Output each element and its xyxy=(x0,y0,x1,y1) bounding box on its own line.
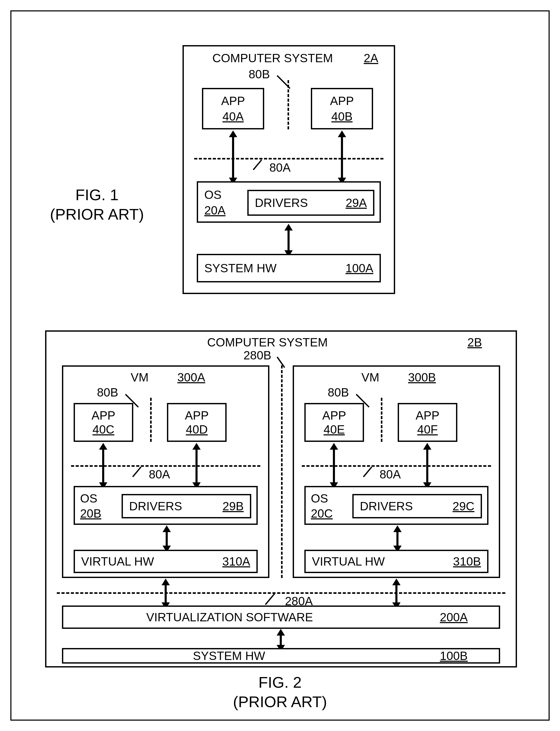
fig1-computer-system: COMPUTER SYSTEM 2A 80B APP 40A APP 40B 8… xyxy=(183,45,395,294)
vm-b-app1: APP 40E xyxy=(304,403,364,442)
fig2-caption: FIG. 2 (PRIOR ART) xyxy=(11,673,549,712)
vm-a-80b: 80B xyxy=(97,385,118,399)
fig1-app1-label: APP xyxy=(221,94,245,108)
fig1-caption-line2: (PRIOR ART) xyxy=(43,205,151,224)
vm-b-80a-leader xyxy=(363,467,372,477)
fig1-80a-dash xyxy=(194,158,383,159)
vm-a-app1-ref: 40C xyxy=(93,422,114,436)
fig1-arrow-os-hw xyxy=(288,230,290,251)
vm-a-drivers-ref: 29B xyxy=(222,499,244,513)
vm-a-os-ref: 20B xyxy=(80,506,101,520)
fig1-caption-line1: FIG. 1 xyxy=(43,185,151,205)
fig1-os: OS 20A DRIVERS 29A xyxy=(197,181,381,223)
fig1-80b-dash xyxy=(288,80,289,129)
fig2-virt-sw-label: VIRTUALIZATION SOFTWARE xyxy=(146,610,313,624)
fig2-hw-ref: 100B xyxy=(440,649,468,663)
vm-a-vhw-label: VIRTUAL HW xyxy=(81,554,154,568)
fig1-hw: SYSTEM HW 100A xyxy=(197,254,381,282)
fig1-os-ref: 20A xyxy=(204,203,226,217)
vm-b-vhw: VIRTUAL HW 310B xyxy=(304,550,488,573)
vm-b-80b: 80B xyxy=(328,385,349,399)
vm-b-ref: 300B xyxy=(408,370,436,384)
vm-a-app2-label: APP xyxy=(185,408,209,422)
fig2-280b-dash xyxy=(281,365,283,578)
vm-b-os: OS 20C DRIVERS 29C xyxy=(304,486,488,525)
vm-a-drivers: DRIVERS 29B xyxy=(122,494,251,518)
fig1-hw-label: SYSTEM HW xyxy=(204,261,277,275)
vm-a-80a-leader xyxy=(132,467,142,477)
vm-b-drivers: DRIVERS 29C xyxy=(352,494,482,518)
fig2-virt-sw-ref: 200A xyxy=(440,610,468,624)
vm-b-80b-dash xyxy=(381,398,382,442)
vm-a-app1: APP 40C xyxy=(74,403,133,442)
fig1-arrow-app2-os xyxy=(341,137,343,178)
fig1-caption: FIG. 1 (PRIOR ART) xyxy=(43,185,151,224)
fig2-caption-line1: FIG. 2 xyxy=(11,673,549,692)
fig1-os-label: OS xyxy=(204,188,221,202)
vm-a-app2-ref: 40D xyxy=(186,422,208,436)
fig1-80a-label: 80A xyxy=(269,161,291,175)
fig1-app2-ref: 40B xyxy=(331,109,353,123)
page-frame: FIG. 1 (PRIOR ART) COMPUTER SYSTEM 2A 80… xyxy=(10,10,550,721)
fig2-280b-label: 280B xyxy=(243,348,271,362)
vm-a-80a-dash xyxy=(71,465,260,467)
vm-b-80a-dash xyxy=(302,465,491,467)
vm-a-vhw-ref: 310A xyxy=(222,554,250,568)
fig1-arrow-app1-os xyxy=(232,137,234,178)
vm-b-os-ref: 20C xyxy=(311,506,333,520)
fig1-app2: APP 40B xyxy=(311,88,373,129)
vm-b-app1-ref: 40E xyxy=(324,422,345,436)
vm-b-80a: 80A xyxy=(380,467,401,481)
vm-b-title: VM xyxy=(361,370,379,384)
vm-b-drivers-ref: 29C xyxy=(453,499,474,513)
fig1-hw-ref: 100A xyxy=(346,261,373,275)
vm-b-os-label: OS xyxy=(311,491,328,505)
fig1-80a-leader xyxy=(253,159,262,170)
fig2-vm-a: VM 300A 80B APP 40C APP 40D 80A OS 20B xyxy=(62,365,269,578)
fig1-drivers: DRIVERS 29A xyxy=(247,190,374,216)
fig2-hw: SYSTEM HW 100B xyxy=(62,648,500,664)
vm-b-app2: APP 40F xyxy=(398,403,457,442)
fig2-280a-dash xyxy=(57,592,505,594)
vm-b-app2-ref: 40F xyxy=(417,422,438,436)
vm-b-app2-label: APP xyxy=(416,408,439,422)
fig1-app1-ref: 40A xyxy=(222,109,244,123)
fig2-hw-label: SYSTEM HW xyxy=(193,649,265,663)
vm-a-80b-dash xyxy=(150,398,152,442)
fig1-app2-label: APP xyxy=(330,94,354,108)
vm-a-drivers-label: DRIVERS xyxy=(129,499,182,513)
fig2-title: COMPUTER SYSTEM xyxy=(207,335,328,349)
vm-a-os: OS 20B DRIVERS 29B xyxy=(74,486,258,525)
vm-a-vhw: VIRTUAL HW 310A xyxy=(74,550,258,573)
vm-b-drivers-label: DRIVERS xyxy=(360,499,413,513)
vm-a-app1-label: APP xyxy=(92,408,115,422)
vm-b-vhw-ref: 310B xyxy=(453,554,481,568)
fig1-title: COMPUTER SYSTEM xyxy=(212,51,333,65)
fig1-app1: APP 40A xyxy=(202,88,264,129)
vm-b-app1-label: APP xyxy=(322,408,346,422)
fig2-vm-b: VM 300B 80B APP 40E APP 40F 80A OS 20C xyxy=(293,365,500,578)
fig1-drivers-ref: 29A xyxy=(346,196,367,210)
fig2-virt-sw: VIRTUALIZATION SOFTWARE 200A xyxy=(62,605,500,629)
vm-a-title: VM xyxy=(131,370,149,384)
fig2-computer-system: COMPUTER SYSTEM 2B 280B VM 300A 80B APP … xyxy=(45,330,517,667)
vm-a-ref: 300A xyxy=(177,370,205,384)
fig1-title-ref: 2A xyxy=(364,51,378,65)
fig2-title-ref: 2B xyxy=(467,335,482,349)
fig2-280a-leader xyxy=(265,593,275,605)
vm-a-os-label: OS xyxy=(80,491,97,505)
vm-a-80a: 80A xyxy=(149,467,170,481)
fig1-80b-label: 80B xyxy=(249,67,270,81)
vm-b-vhw-label: VIRTUAL HW xyxy=(312,554,385,568)
fig1-drivers-label: DRIVERS xyxy=(255,196,308,210)
fig2-caption-line2: (PRIOR ART) xyxy=(11,692,549,712)
vm-a-app2: APP 40D xyxy=(167,403,227,442)
